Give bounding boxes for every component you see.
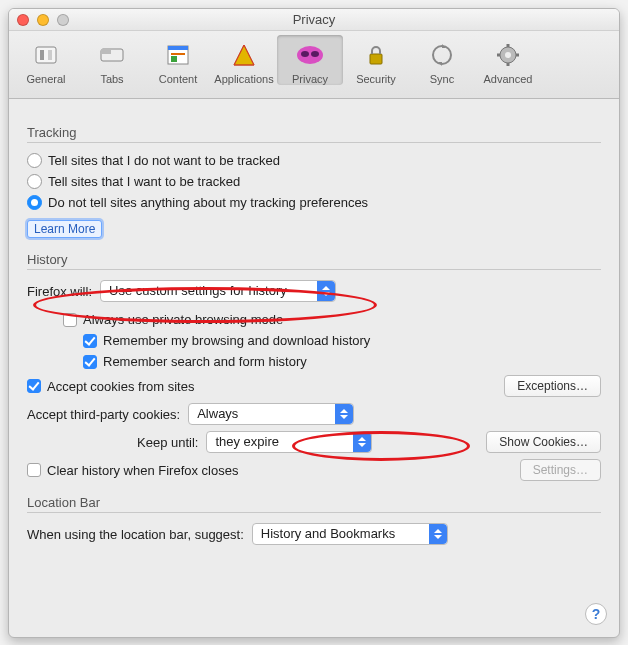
clear-on-close-label: Clear history when Firefox closes <box>47 463 238 478</box>
svg-rect-2 <box>48 50 52 60</box>
zoom-icon[interactable] <box>57 14 69 26</box>
chevron-updown-icon <box>335 404 353 424</box>
gear-icon <box>492 39 524 71</box>
chevron-updown-icon <box>429 524 447 544</box>
tab-tabs[interactable]: Tabs <box>79 35 145 85</box>
privacy-mask-icon <box>294 39 326 71</box>
help-button[interactable]: ? <box>585 603 607 625</box>
svg-point-13 <box>311 51 319 57</box>
tracking-opt2-label: Tell sites that I want to be tracked <box>48 174 240 189</box>
tab-privacy-label: Privacy <box>277 73 343 85</box>
minimize-icon[interactable] <box>37 14 49 26</box>
show-cookies-button[interactable]: Show Cookies… <box>486 431 601 453</box>
history-heading: History <box>27 252 601 270</box>
tab-advanced-label: Advanced <box>475 73 541 85</box>
content-icon <box>162 39 194 71</box>
tab-general-label: General <box>13 73 79 85</box>
accept-cookies-checkbox[interactable]: Accept cookies from sites <box>27 379 194 394</box>
svg-point-19 <box>505 52 511 58</box>
tracking-heading: Tracking <box>27 125 601 143</box>
keep-until-select[interactable]: they expire <box>206 431 372 453</box>
svg-point-12 <box>301 51 309 57</box>
tracking-opt3-label: Do not tell sites anything about my trac… <box>48 195 368 210</box>
checkbox-icon[interactable] <box>63 313 77 327</box>
svg-point-15 <box>433 46 451 64</box>
private-browsing-label: Always use private browsing mode <box>83 312 283 327</box>
chevron-updown-icon <box>353 432 371 452</box>
third-party-label: Accept third-party cookies: <box>27 407 180 422</box>
location-bar-heading: Location Bar <box>27 495 601 513</box>
exceptions-button[interactable]: Exceptions… <box>504 375 601 397</box>
preferences-window: ▾ g Google Privacy General Tabs <box>8 8 620 638</box>
learn-more-button[interactable]: Learn More <box>27 220 102 238</box>
radio-icon[interactable] <box>27 195 42 210</box>
svg-rect-0 <box>36 47 56 63</box>
tab-security[interactable]: Security <box>343 35 409 85</box>
private-browsing-checkbox[interactable]: Always use private browsing mode <box>63 312 601 327</box>
lock-icon <box>360 39 392 71</box>
suggest-select[interactable]: History and Bookmarks <box>252 523 448 545</box>
window-controls <box>17 14 69 26</box>
third-party-select[interactable]: Always <box>188 403 354 425</box>
applications-icon <box>228 39 260 71</box>
remember-browse-label: Remember my browsing and download histor… <box>103 333 370 348</box>
titlebar: Privacy <box>9 9 619 31</box>
radio-icon[interactable] <box>27 153 42 168</box>
tab-general[interactable]: General <box>13 35 79 85</box>
tab-sync[interactable]: Sync <box>409 35 475 85</box>
suggest-label: When using the location bar, suggest: <box>27 527 244 542</box>
close-icon[interactable] <box>17 14 29 26</box>
switch-icon <box>30 39 62 71</box>
suggest-value: History and Bookmarks <box>261 526 395 541</box>
keep-until-value: they expire <box>215 434 279 449</box>
checkbox-icon[interactable] <box>83 355 97 369</box>
tab-sync-label: Sync <box>409 73 475 85</box>
tab-privacy[interactable]: Privacy <box>277 35 343 85</box>
checkbox-icon[interactable] <box>83 334 97 348</box>
tab-tabs-label: Tabs <box>79 73 145 85</box>
content-area: Tracking Tell sites that I do not want t… <box>9 99 619 567</box>
svg-marker-9 <box>234 45 254 65</box>
keep-until-label: Keep until: <box>137 435 198 450</box>
tracking-opt-do-track[interactable]: Tell sites that I want to be tracked <box>27 174 601 189</box>
third-party-value: Always <box>197 406 238 421</box>
svg-rect-6 <box>168 46 188 50</box>
svg-point-11 <box>297 46 323 64</box>
tab-security-label: Security <box>343 73 409 85</box>
tracking-opt-no-pref[interactable]: Do not tell sites anything about my trac… <box>27 195 601 210</box>
tab-advanced[interactable]: Advanced <box>475 35 541 85</box>
checkbox-icon[interactable] <box>27 463 41 477</box>
tab-applications[interactable]: Applications <box>211 35 277 85</box>
pref-toolbar: General Tabs Content Applications Privac… <box>9 31 619 99</box>
svg-rect-7 <box>171 56 177 62</box>
tab-applications-label: Applications <box>211 73 277 85</box>
remember-search-checkbox[interactable]: Remember search and form history <box>83 354 601 369</box>
chevron-updown-icon <box>317 281 335 301</box>
tab-content[interactable]: Content <box>145 35 211 85</box>
tracking-opt-no-track[interactable]: Tell sites that I do not want to be trac… <box>27 153 601 168</box>
tabs-icon <box>96 39 128 71</box>
window-title: Privacy <box>293 12 336 27</box>
sync-icon <box>426 39 458 71</box>
tab-content-label: Content <box>145 73 211 85</box>
remember-search-label: Remember search and form history <box>103 354 307 369</box>
svg-rect-4 <box>101 49 111 54</box>
svg-rect-8 <box>171 53 185 55</box>
clear-on-close-checkbox[interactable]: Clear history when Firefox closes <box>27 463 238 478</box>
firefox-will-value: Use custom settings for history <box>109 283 287 298</box>
accept-cookies-label: Accept cookies from sites <box>47 379 194 394</box>
settings-button: Settings… <box>520 459 601 481</box>
firefox-will-select[interactable]: Use custom settings for history <box>100 280 336 302</box>
svg-rect-1 <box>40 50 44 60</box>
svg-rect-14 <box>370 54 382 64</box>
radio-icon[interactable] <box>27 174 42 189</box>
firefox-will-label: Firefox will: <box>27 284 92 299</box>
remember-browse-checkbox[interactable]: Remember my browsing and download histor… <box>83 333 601 348</box>
tracking-opt1-label: Tell sites that I do not want to be trac… <box>48 153 280 168</box>
checkbox-icon[interactable] <box>27 379 41 393</box>
